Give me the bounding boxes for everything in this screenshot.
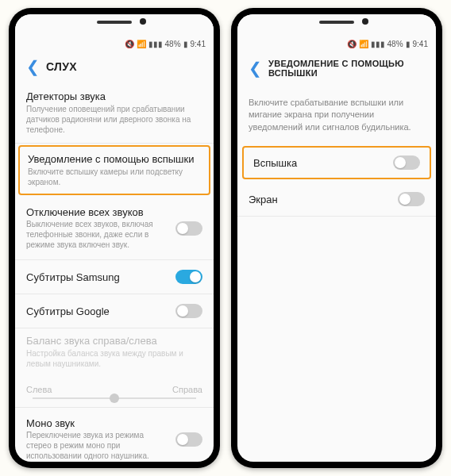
row-desc: Получение оповещений при срабатывании да… xyxy=(26,104,202,135)
status-bar: 🔇 📶 ▮▮▮ 48% ▮ 9:41 xyxy=(15,36,214,51)
notch-area xyxy=(237,14,436,36)
header: ❮ СЛУХ xyxy=(15,51,214,84)
phone-right: 🔇 📶 ▮▮▮ 48% ▮ 9:41 ❮ УВЕДОМЛЕНИЕ С ПОМОЩ… xyxy=(231,8,442,468)
row-sound-detectors[interactable]: Детекторы звука Получение оповещений при… xyxy=(15,84,214,144)
wifi-icon: 📶 xyxy=(137,40,146,48)
wifi-icon: 📶 xyxy=(359,40,368,48)
row-subtitles-google[interactable]: Субтитры Google xyxy=(15,294,214,328)
clock: 9:41 xyxy=(413,40,428,48)
row-title: Уведомление с помощью вспышки xyxy=(28,153,201,165)
battery-icon: ▮ xyxy=(406,40,411,48)
toggle-flash[interactable] xyxy=(393,155,420,170)
row-subtitles-samsung[interactable]: Субтитры Samsung xyxy=(15,260,214,294)
page-title: УВЕДОМЛЕНИЕ С ПОМОЩЬЮ ВСПЫШКИ xyxy=(268,59,428,78)
screen-left: 🔇 📶 ▮▮▮ 48% ▮ 9:41 ❮ СЛУХ Детекторы звук… xyxy=(15,14,214,462)
slider-thumb[interactable] xyxy=(110,393,119,403)
row-title: Субтитры Google xyxy=(26,305,110,317)
toggle-mono[interactable] xyxy=(175,432,202,447)
battery-icon: ▮ xyxy=(183,40,188,48)
signal-icon: ▮▮▮ xyxy=(371,40,385,48)
toggle-screen[interactable] xyxy=(398,192,425,206)
row-title: Детекторы звука xyxy=(26,90,202,102)
notch-area xyxy=(15,14,214,36)
back-button[interactable]: ❮ xyxy=(23,59,46,75)
row-mono[interactable]: Моно звук Переключение звука из режима с… xyxy=(15,408,214,462)
battery-percent: 48% xyxy=(387,40,403,48)
page-description: Включите срабатывание вспышки или мигани… xyxy=(237,87,436,146)
front-camera xyxy=(140,18,146,25)
speaker-slot xyxy=(319,21,354,24)
mute-icon: 🔇 xyxy=(347,40,357,48)
screen-right: 🔇 📶 ▮▮▮ 48% ▮ 9:41 ❮ УВЕДОМЛЕНИЕ С ПОМОЩ… xyxy=(237,14,436,462)
balance-slider-block: Слева Справа xyxy=(15,377,214,408)
row-title: Вспышка xyxy=(253,157,297,169)
status-bar: 🔇 📶 ▮▮▮ 48% ▮ 9:41 xyxy=(237,36,436,51)
row-screen[interactable]: Экран xyxy=(237,182,436,217)
row-desc: Настройка баланса звука между правым и л… xyxy=(26,348,202,369)
front-camera xyxy=(362,18,368,25)
slider-label-left: Слева xyxy=(26,385,52,394)
row-mute-all[interactable]: Отключение всех звуков Выключение всех з… xyxy=(15,197,214,260)
toggle-subtitles-google[interactable] xyxy=(175,304,202,318)
page-title: СЛУХ xyxy=(46,60,77,73)
content-right: Включите срабатывание вспышки или мигани… xyxy=(237,87,436,462)
toggle-mute-all[interactable] xyxy=(175,221,202,236)
back-button[interactable]: ❮ xyxy=(245,60,268,76)
speaker-slot xyxy=(97,21,132,24)
row-flash[interactable]: Вспышка xyxy=(242,146,431,179)
content-left: Детекторы звука Получение оповещений при… xyxy=(15,84,214,462)
row-desc: Переключение звука из режима стерео в ре… xyxy=(26,430,169,461)
row-flash-notification[interactable]: Уведомление с помощью вспышки Включите в… xyxy=(18,145,210,195)
balance-slider[interactable] xyxy=(33,397,196,399)
row-desc: Выключение всех звуков, включая телефонн… xyxy=(26,219,169,250)
toggle-subtitles-samsung[interactable] xyxy=(175,270,202,284)
row-desc: Включите вспышку камеры или подсветку эк… xyxy=(28,167,201,187)
signal-icon: ▮▮▮ xyxy=(148,40,163,48)
row-title: Отключение всех звуков xyxy=(26,206,169,218)
battery-percent: 48% xyxy=(165,40,181,48)
slider-label-right: Справа xyxy=(172,385,202,394)
row-title: Субтитры Samsung xyxy=(26,271,120,283)
row-title: Баланс звука справа/слева xyxy=(26,335,202,347)
clock: 9:41 xyxy=(191,40,206,48)
row-title: Экран xyxy=(249,194,278,205)
header: ❮ УВЕДОМЛЕНИЕ С ПОМОЩЬЮ ВСПЫШКИ xyxy=(237,51,436,87)
mute-icon: 🔇 xyxy=(125,40,134,48)
phone-left: 🔇 📶 ▮▮▮ 48% ▮ 9:41 ❮ СЛУХ Детекторы звук… xyxy=(9,8,220,468)
row-balance: Баланс звука справа/слева Настройка бала… xyxy=(15,328,214,377)
row-title: Моно звук xyxy=(26,417,169,429)
